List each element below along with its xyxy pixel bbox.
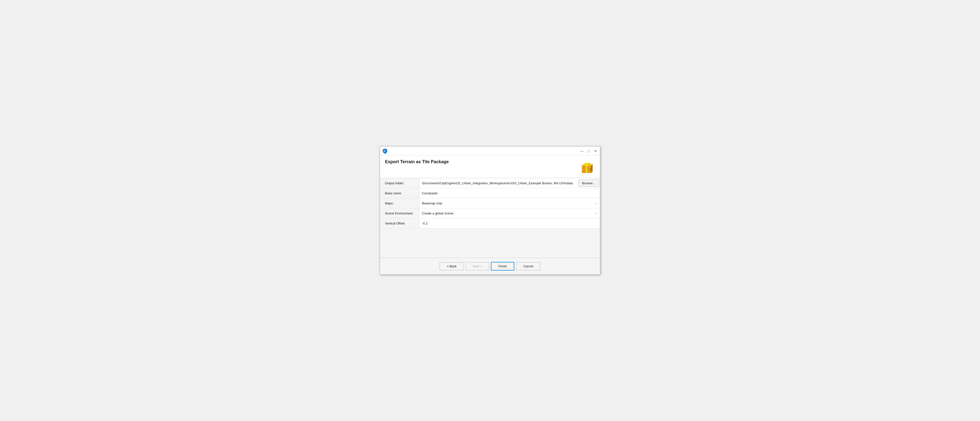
cancel-button[interactable]: Cancel xyxy=(516,262,540,270)
svg-point-10 xyxy=(586,163,588,165)
dialog-header: Export Terrain as Tile Package xyxy=(380,155,600,178)
scene-environment-row: Scene Environment Create a global Scene … xyxy=(380,208,600,218)
title-bar-controls: — □ ✕ xyxy=(579,148,598,153)
scene-environment-value: Create a global Scene xyxy=(420,209,593,217)
scene-environment-control[interactable]: Create a global Scene ⌄ xyxy=(419,208,600,218)
output-folder-row: Output folder: Browse... xyxy=(380,178,600,188)
dialog-window: C — □ ✕ Export Terrain as Tile Package xyxy=(380,146,600,275)
maps-chevron-icon: ⌄ xyxy=(593,201,600,205)
base-name-control xyxy=(419,188,600,198)
vertical-offset-control xyxy=(419,218,600,228)
output-folder-label: Output folder: xyxy=(380,179,419,187)
finish-button[interactable]: Finish xyxy=(491,262,514,271)
base-name-label: Base name: xyxy=(380,189,419,198)
output-folder-control: Browse... xyxy=(419,178,600,188)
maps-control[interactable]: Basemap only ⌄ xyxy=(419,198,600,208)
svg-rect-6 xyxy=(586,166,587,173)
maps-value: Basemap only xyxy=(420,199,593,207)
title-bar-left: C xyxy=(382,148,388,154)
title-bar: C — □ ✕ xyxy=(380,147,600,155)
maps-label: Maps: xyxy=(380,199,419,207)
close-button[interactable]: ✕ xyxy=(593,148,598,153)
base-name-input[interactable] xyxy=(420,190,600,197)
maximize-button[interactable]: □ xyxy=(586,148,591,153)
vertical-offset-input[interactable] xyxy=(420,220,600,227)
minimize-button[interactable]: — xyxy=(579,148,584,153)
dialog-footer: < Back Next > Finish Cancel xyxy=(380,258,600,274)
browse-button[interactable]: Browse... xyxy=(578,180,599,187)
scene-environment-label: Scene Environment xyxy=(380,209,419,218)
svg-rect-13 xyxy=(590,169,591,170)
output-folder-input[interactable] xyxy=(420,179,578,187)
package-icon xyxy=(579,159,595,175)
vertical-offset-row: Vertical Offset xyxy=(380,218,600,228)
scene-environment-chevron-icon: ⌄ xyxy=(593,212,600,215)
svg-text:C: C xyxy=(384,150,386,152)
maps-row: Maps: Basemap only ⌄ xyxy=(380,198,600,208)
dialog-title: Export Terrain as Tile Package xyxy=(385,159,449,164)
form-spacer xyxy=(380,228,600,258)
back-button[interactable]: < Back xyxy=(439,262,463,270)
vertical-offset-label: Vertical Offset xyxy=(380,219,419,228)
next-button[interactable]: Next > xyxy=(466,262,489,270)
app-logo: C xyxy=(382,148,388,154)
base-name-row: Base name: xyxy=(380,188,600,198)
form-area: Output folder: Browse... Base name: Maps… xyxy=(380,178,600,258)
